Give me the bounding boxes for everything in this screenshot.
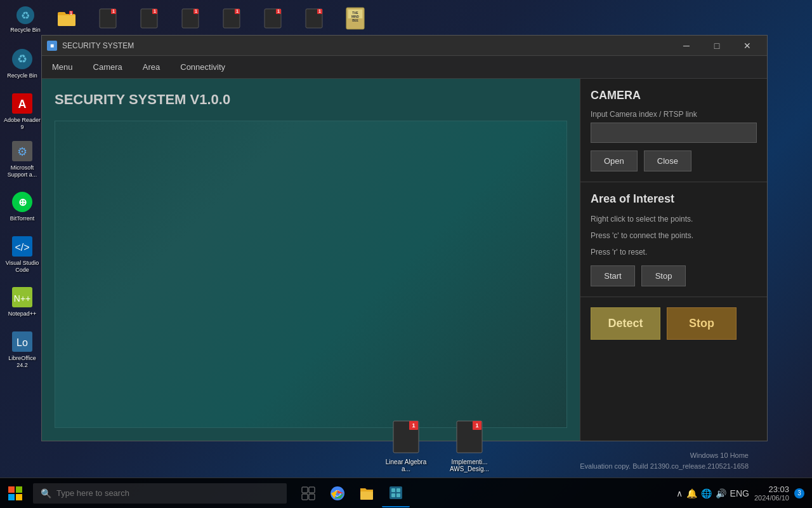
- adobe-label: Adobe Reader 9: [3, 117, 41, 131]
- svg-text:♻: ♻: [17, 53, 27, 65]
- ms-support-label: Microsoft Support a...: [3, 164, 41, 178]
- area-info-2: Press 'c' to connect the points.: [591, 230, 757, 241]
- windows-watermark: Windows 10 Home Evaluation copy. Build 2…: [580, 450, 749, 472]
- chrome-button[interactable]: [324, 479, 351, 507]
- svg-rect-61: [396, 488, 400, 492]
- svg-text:1: 1: [475, 422, 478, 429]
- open-button[interactable]: Open: [591, 150, 638, 171]
- desktop-icon-file1[interactable]: 1: [89, 2, 127, 37]
- security-app-button[interactable]: [382, 479, 410, 507]
- explorer-button[interactable]: [353, 479, 381, 507]
- svg-text:♻: ♻: [21, 10, 30, 21]
- desktop: ♻ Recycle Bin 1 1: [0, 0, 812, 508]
- desktop-icon-recycle[interactable]: ♻ Recycle Bin: [6, 2, 44, 37]
- main-content: SECURITY SYSTEM V1.0.0 CAMERA Input Came…: [42, 79, 767, 441]
- area-section: Area of Interest Right click to select t…: [580, 182, 767, 297]
- menu-item-menu[interactable]: Menu: [42, 56, 83, 78]
- maximize-button[interactable]: □: [702, 36, 731, 55]
- svg-rect-47: [8, 486, 15, 493]
- windows-version: Windows 10 Home: [580, 450, 749, 462]
- stop-button-main[interactable]: Stop: [667, 307, 737, 340]
- window-title: SECURITY SYSTEM: [62, 41, 672, 50]
- close-button[interactable]: ✕: [733, 36, 762, 55]
- notification-badge[interactable]: 3: [794, 488, 804, 498]
- taskbar: 🔍: [0, 478, 812, 508]
- minimize-button[interactable]: ─: [672, 36, 701, 55]
- close-button-cam[interactable]: Close: [644, 150, 691, 171]
- svg-text:⚙: ⚙: [17, 145, 27, 158]
- svg-text:1: 1: [318, 9, 321, 13]
- svg-text:1: 1: [154, 9, 156, 13]
- camera-section-title: CAMERA: [591, 89, 757, 102]
- linear-algebra-label: Linear Algebra a...: [381, 458, 431, 472]
- window-controls: ─ □ ✕: [672, 36, 762, 55]
- bottom-icon-aws-design[interactable]: 1 Implementi... AWS_Desig...: [444, 418, 495, 472]
- svg-text:1: 1: [277, 9, 280, 13]
- menu-item-connectivity[interactable]: Connectivity: [170, 56, 235, 78]
- camera-feed: [55, 121, 567, 428]
- notifications-icon[interactable]: 🔔: [686, 488, 697, 498]
- system-clock[interactable]: 23:03 2024/06/10: [754, 485, 789, 502]
- stop-button-area[interactable]: Stop: [641, 265, 686, 286]
- svg-text:</>: </>: [15, 242, 29, 253]
- sidebar-icon-recycle[interactable]: ♻ Recycle Bin: [3, 41, 41, 86]
- clock-time: 23:03: [754, 485, 789, 494]
- area-button-row: Start Stop: [591, 265, 757, 286]
- menu-item-camera[interactable]: Camera: [83, 56, 133, 78]
- svg-rect-59: [390, 486, 402, 499]
- svg-text:N++: N++: [14, 293, 30, 304]
- svg-text:Lo: Lo: [16, 337, 28, 348]
- sidebar-icon-libreoffice[interactable]: Lo LibreOffice 24.2: [3, 327, 41, 371]
- desktop-icon-file4[interactable]: 1: [213, 2, 251, 37]
- detect-button[interactable]: Detect: [591, 307, 660, 340]
- app-window: ■ SECURITY SYSTEM ─ □ ✕ Menu Camera Area…: [41, 35, 768, 441]
- desktop-icons-left: ♻ Recycle Bin A Adobe Reader 9 ⚙ Microso…: [0, 38, 44, 375]
- camera-section: CAMERA Input Camera index / RTSP link Op…: [580, 79, 767, 182]
- start-button-taskbar[interactable]: [0, 478, 30, 509]
- desktop-icon-file6[interactable]: 1: [295, 2, 333, 37]
- sidebar-icon-bittorrent[interactable]: ⊕ BitTorrent: [3, 184, 41, 229]
- menu-item-area[interactable]: Area: [133, 56, 170, 78]
- svg-rect-60: [391, 488, 395, 492]
- start-button[interactable]: Start: [591, 265, 635, 286]
- svg-text:1: 1: [195, 9, 197, 13]
- network-icon[interactable]: 🌐: [701, 488, 712, 498]
- sidebar-icon-ms-support[interactable]: ⚙ Microsoft Support a...: [3, 137, 41, 181]
- detect-stop-row: Detect Stop: [580, 297, 767, 350]
- camera-input-label: Input Camera index / RTSP link: [591, 110, 757, 119]
- show-hidden-icon[interactable]: ∧: [676, 488, 683, 498]
- taskbar-right: ∧ 🔔 🌐 🔊 ENG 23:03 2024/06/10 3: [669, 485, 812, 502]
- svg-rect-50: [16, 494, 22, 500]
- menu-bar: Menu Camera Area Connectivity: [42, 56, 767, 79]
- sidebar-icon-notepadpp[interactable]: N++ Notepad++: [3, 279, 41, 324]
- sidebar-icon-vscode[interactable]: </> Visual Studio Code: [3, 232, 41, 276]
- search-input[interactable]: [56, 488, 279, 498]
- clock-date: 2024/06/10: [754, 494, 789, 502]
- area-info-1: Right click to select the points.: [591, 213, 757, 225]
- svg-text:BEE: BEE: [352, 19, 358, 22]
- svg-rect-62: [391, 493, 395, 497]
- right-panel: CAMERA Input Camera index / RTSP link Op…: [580, 79, 767, 441]
- area-section-title: Area of Interest: [591, 192, 757, 206]
- svg-rect-52: [309, 487, 315, 493]
- camera-panel: SECURITY SYSTEM V1.0.0: [42, 79, 580, 441]
- desktop-icon-file5[interactable]: 1: [254, 2, 292, 37]
- volume-icon[interactable]: 🔊: [716, 488, 726, 498]
- evaluation-text: Evaluation copy. Build 21390.co_release.…: [580, 461, 749, 472]
- desktop-icon-file3[interactable]: 1: [171, 2, 209, 37]
- svg-text:A: A: [18, 98, 27, 110]
- bottom-icon-linear-algebra[interactable]: 1 Linear Algebra a...: [381, 418, 431, 472]
- search-box[interactable]: 🔍: [33, 483, 287, 504]
- desktop-icon-folder[interactable]: 1: [48, 2, 86, 37]
- sidebar-icon-adobe[interactable]: A Adobe Reader 9: [3, 89, 41, 133]
- desktop-icon-file2[interactable]: 1: [130, 2, 168, 37]
- svg-text:1: 1: [412, 422, 415, 429]
- camera-input[interactable]: [591, 123, 757, 143]
- recycle-bin-label: Recycle Bin: [7, 72, 37, 79]
- task-view-button[interactable]: [294, 479, 322, 507]
- desktop-icon-magazine[interactable]: THEMINDBEE: [336, 2, 374, 37]
- language-indicator[interactable]: ENG: [730, 488, 749, 498]
- svg-text:1: 1: [112, 9, 115, 13]
- svg-rect-54: [309, 494, 315, 500]
- svg-rect-49: [8, 494, 15, 500]
